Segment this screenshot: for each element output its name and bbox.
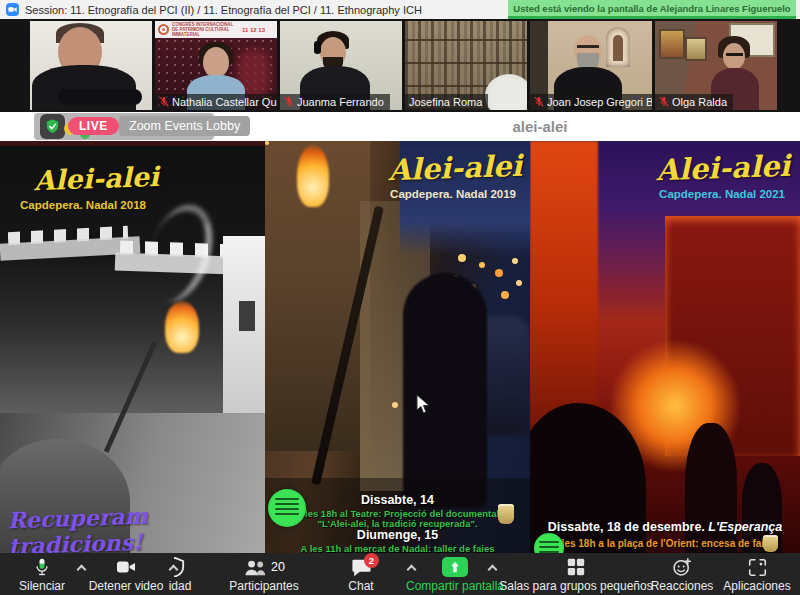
screen-share-notice: Usted está viendo la pantalla de Alejand… [508,0,796,19]
breakout-rooms-button[interactable]: Salas para grupos pequeños [491,556,661,593]
video-tile-josefina[interactable]: Josefina Roma [405,21,527,110]
poster-subtitle: Capdepera. Nadal 2018 [20,199,146,211]
meeting-toolbar: Silenciar Detener video idad [0,553,800,595]
shared-window-title: alei-alei [460,118,620,135]
poster-title: Alei-alei [387,149,522,188]
schedule-line: A les 11h al mercat de Nadal: taller de … [265,543,530,553]
zoom-meeting-window: Session: 11. Etnografía del PCI (II) / 1… [0,0,800,595]
participant-art [726,53,743,56]
reactions-smiley-icon [672,557,692,577]
torch-lights-art [265,141,269,145]
poster-title: Alei-alei [33,161,159,196]
capdepera-crest-icon [498,504,514,524]
muted-mic-icon [284,96,294,108]
schedule-line: A les 18h a la plaça de l'Orient: encesa… [530,538,800,549]
age-recommendation-badge [268,489,306,527]
camera-icon [115,558,137,576]
torch-flame-art [165,301,199,353]
poster-title: Alei-alei [655,149,790,188]
red-building-art [530,141,598,441]
video-tile-olga[interactable]: Olga Ralda [655,21,777,110]
poster-art [0,141,265,146]
participant-name: Olga Ralda [672,96,727,108]
poster-subtitle: Capdepera. Nadal 2019 [390,188,516,200]
poster-nadal-2021: Alei-alei Capdepera. Nadal 2021 Dissabte… [530,141,800,553]
muted-mic-icon [534,96,544,108]
torch-flame-art [297,145,329,207]
participants-button[interactable]: 20 Participantes [214,556,314,593]
congress-banner: CONGRÉS INTERNACIONAL DE PATRIMONI CULTU… [155,21,277,38]
participant-name: Juanma Ferrando [297,96,384,108]
session-title: Session: 11. Etnografía del PCI (II) / 1… [25,4,422,16]
breakout-rooms-icon [566,557,586,577]
room-art [661,31,683,57]
muted-mic-icon [659,96,669,108]
room-art [613,35,623,61]
name-label: Juanma Ferrando [280,94,390,110]
video-tile-joan-josep[interactable]: Joan Josep Gregori B... [530,21,652,110]
mute-button[interactable]: Silenciar [7,556,77,593]
schedule-day: Dissabte, 18 de desembre. L'Esperança [530,520,800,534]
torchbearer-silhouette-art [403,273,487,508]
participant-art [723,43,745,70]
shared-screen-content: Alei-alei Capdepera. Nadal 2018 Recupera… [0,141,800,553]
room-art [687,39,705,59]
chat-button[interactable]: 2 Chat [321,556,401,593]
participant-art [58,89,142,105]
congress-banner-text: CONGRÉS INTERNACIONAL DE PATRIMONI CULTU… [172,22,240,37]
participant-art [577,45,599,48]
smoke-art [136,196,224,310]
participant-name: Joan Josep Gregori B... [547,96,652,108]
verified-shield-icon [44,118,61,135]
participant-art [485,74,527,110]
apps-button[interactable]: Aplicaciones [712,556,800,593]
zoom-app-icon [6,3,19,16]
congress-dates: 11 12 13 [242,27,265,33]
poster-nadal-2019: Alei-alei Capdepera. Nadal 2019 Dissabte… [265,141,530,553]
name-label: Joan Josep Gregori B... [530,94,652,110]
video-tile-juanma[interactable]: Juanma Ferrando [280,21,402,110]
microphone-icon [32,557,52,577]
security-shield-container[interactable] [40,114,65,139]
capdepera-crest-icon [763,535,778,552]
share-screen-icon [442,557,468,577]
schedule-day: Diumenge, 15 [265,528,530,542]
poster-nadal-2018: Alei-alei Capdepera. Nadal 2018 Recupera… [0,141,265,553]
headphones-art [314,41,321,54]
shared-screen-header: LIVE Zoom Events Lobby alei-alei [0,112,800,141]
mouse-cursor [416,394,431,415]
security-button-clipped[interactable]: idad [162,556,198,593]
participant-video-strip: CONGRÉS INTERNACIONAL DE PATRIMONI CULTU… [0,19,800,112]
name-label: Nathalia Castellar Qui... [155,94,277,110]
apps-icon [748,558,767,577]
meeting-title-bar: Session: 11. Etnografía del PCI (II) / 1… [0,0,800,19]
congress-logo-icon [158,24,169,35]
participant-name: Nathalia Castellar Qui... [172,96,277,108]
participants-count: 20 [271,560,285,574]
participant-art [203,47,229,78]
video-tile-nathalia[interactable]: CONGRÉS INTERNACIONAL DE PATRIMONI CULTU… [155,21,277,110]
live-badge: LIVE [68,117,119,135]
chat-unread-badge: 2 [364,553,379,568]
stop-video-button[interactable]: Detener video [81,556,171,593]
participant-name: Josefina Roma [409,96,482,108]
poster-art [239,301,255,331]
poster-subtitle: Capdepera. Nadal 2021 [659,188,785,200]
poster-tagline: Recuperam tradicions! [7,499,259,553]
name-label: Josefina Roma [405,94,488,110]
shield-icon [174,557,186,577]
video-tile-1[interactable] [30,21,152,110]
muted-mic-icon [159,96,169,108]
zoom-events-lobby-button[interactable]: Zoom Events Lobby [119,116,250,136]
name-label: Olga Ralda [655,94,733,110]
participants-icon [243,558,267,577]
